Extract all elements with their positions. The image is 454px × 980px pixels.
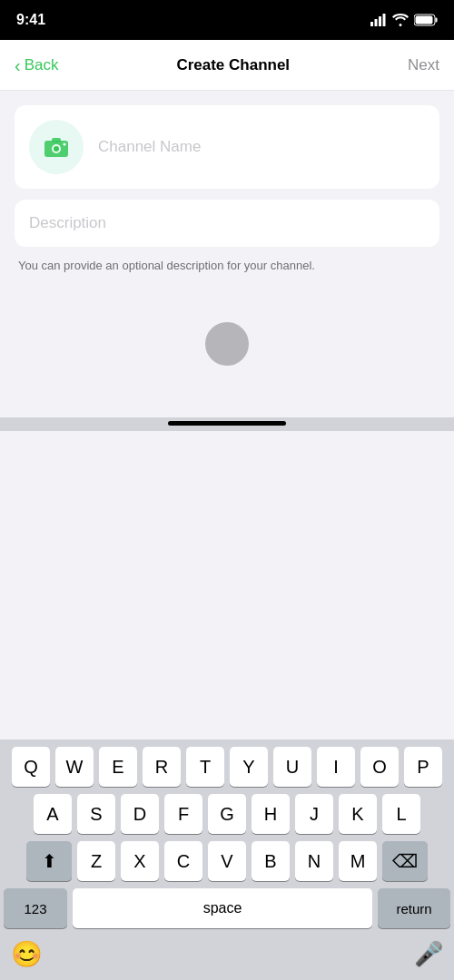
key-t[interactable]: T (186, 747, 224, 787)
emoji-icon[interactable]: 😊 (11, 939, 43, 969)
key-i[interactable]: I (317, 747, 355, 787)
key-j[interactable]: J (295, 794, 333, 834)
key-k[interactable]: K (339, 794, 377, 834)
svg-rect-0 (370, 22, 373, 26)
back-label: Back (25, 56, 59, 74)
svg-rect-1 (375, 19, 378, 26)
key-r[interactable]: R (143, 747, 181, 787)
key-g[interactable]: G (208, 794, 246, 834)
svg-point-11 (64, 143, 66, 146)
channel-name-card (15, 105, 439, 189)
battery-icon (414, 14, 438, 26)
scroll-indicator (205, 322, 249, 366)
bottom-home-area (0, 417, 454, 431)
key-u[interactable]: U (273, 747, 311, 787)
home-indicator (168, 421, 286, 426)
key-a[interactable]: A (34, 794, 72, 834)
wifi-icon (392, 14, 409, 26)
keyboard-row-3: ⬆ Z X C V B N M ⌫ (4, 841, 450, 881)
main-content: You can provide an optional description … (0, 91, 454, 417)
status-time: 9:41 (16, 12, 45, 28)
key-s[interactable]: S (77, 794, 115, 834)
space-key[interactable]: space (73, 888, 372, 928)
svg-point-9 (54, 146, 59, 152)
key-f[interactable]: F (164, 794, 202, 834)
numbers-key[interactable]: 123 (4, 888, 67, 928)
key-n[interactable]: N (295, 841, 333, 881)
key-h[interactable]: H (252, 794, 290, 834)
description-input[interactable] (29, 214, 425, 232)
svg-rect-5 (416, 16, 433, 24)
return-key[interactable]: return (378, 888, 450, 928)
key-x[interactable]: X (121, 841, 159, 881)
key-l[interactable]: L (382, 794, 420, 834)
description-card (15, 200, 439, 247)
key-v[interactable]: V (208, 841, 246, 881)
channel-name-input[interactable] (98, 138, 425, 156)
key-e[interactable]: E (99, 747, 137, 787)
svg-rect-3 (383, 14, 386, 26)
key-z[interactable]: Z (77, 841, 115, 881)
shift-key[interactable]: ⬆ (26, 841, 72, 881)
signal-icon (370, 14, 387, 26)
key-y[interactable]: Y (230, 747, 268, 787)
key-c[interactable]: C (164, 841, 202, 881)
next-button[interactable]: Next (408, 56, 439, 74)
page-title: Create Channel (176, 56, 290, 74)
keyboard-row-1: Q W E R T Y U I O P (4, 747, 450, 787)
camera-icon-wrapper[interactable] (29, 120, 84, 174)
nav-bar: ‹ Back Create Channel Next (0, 40, 454, 91)
key-o[interactable]: O (360, 747, 399, 787)
keyboard-row-4: 123 space return (4, 888, 450, 928)
key-w[interactable]: W (55, 747, 94, 787)
svg-rect-6 (436, 18, 438, 23)
status-bar: 9:41 (0, 0, 454, 40)
svg-rect-10 (52, 138, 61, 142)
key-q[interactable]: Q (12, 747, 50, 787)
key-p[interactable]: P (404, 747, 442, 787)
back-chevron-icon: ‹ (15, 56, 21, 74)
key-b[interactable]: B (252, 841, 290, 881)
keyboard: Q W E R T Y U I O P A S D F G H J K L ⬆ … (0, 740, 454, 980)
key-d[interactable]: D (121, 794, 159, 834)
keyboard-bottom: 😊 🎤 (4, 936, 450, 976)
status-icons (370, 14, 438, 26)
keyboard-row-2: A S D F G H J K L (4, 794, 450, 834)
camera-icon (42, 132, 71, 162)
microphone-icon[interactable]: 🎤 (414, 940, 443, 968)
key-m[interactable]: M (339, 841, 377, 881)
description-helper-text: You can provide an optional description … (15, 258, 439, 274)
delete-key[interactable]: ⌫ (382, 841, 428, 881)
scroll-area (15, 285, 439, 403)
back-button[interactable]: ‹ Back (15, 56, 58, 74)
svg-rect-2 (379, 16, 381, 26)
